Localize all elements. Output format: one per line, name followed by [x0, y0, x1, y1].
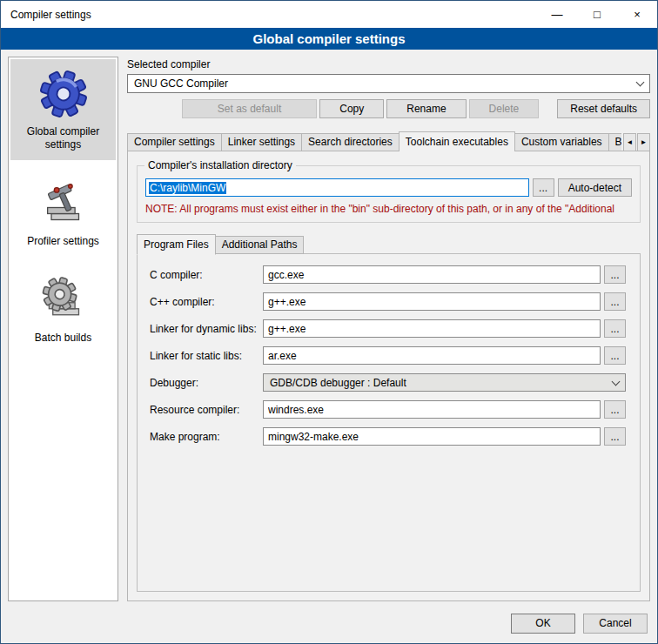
dynamic-linker-label: Linker for dynamic libs:: [150, 323, 263, 335]
field-row-static-linker: Linker for static libs: ...: [150, 346, 626, 365]
field-row-cpp-compiler: C++ compiler: ...: [150, 292, 626, 311]
resource-compiler-browse-button[interactable]: ...: [604, 400, 626, 419]
cpp-compiler-browse-button[interactable]: ...: [604, 292, 626, 311]
compiler-actions: Set as default Copy Rename Delete Reset …: [127, 99, 650, 118]
toolchain-executables-panel: Compiler's installation directory C:\ray…: [127, 151, 650, 601]
cpp-compiler-input[interactable]: [263, 292, 601, 311]
installation-directory-input[interactable]: C:\raylib\MinGW: [145, 178, 529, 197]
window-title: Compiler settings: [1, 9, 91, 21]
close-button[interactable]: ×: [617, 1, 657, 28]
tab-program-files[interactable]: Program Files: [137, 234, 216, 255]
sidebar-item-global-compiler-settings[interactable]: Global compiler settings: [10, 59, 116, 160]
make-program-input[interactable]: [263, 427, 601, 446]
settings-tabstrip: Compiler settings Linker settings Search…: [127, 131, 650, 151]
sidebar-item-label: Batch builds: [35, 332, 91, 345]
installation-directory-value: C:\raylib\MinGW: [149, 182, 226, 194]
static-linker-label: Linker for static libs:: [150, 350, 263, 362]
c-compiler-browse-button[interactable]: ...: [604, 265, 626, 284]
tab-linker-settings[interactable]: Linker settings: [221, 133, 302, 151]
compiler-select-value: GNU GCC Compiler: [134, 77, 632, 90]
set-as-default-button[interactable]: Set as default: [182, 99, 317, 118]
program-files-panel: C compiler: ... C++ compiler: ...: [137, 253, 641, 592]
installation-directory-group-title: Compiler's installation directory: [144, 159, 296, 171]
sidebar: Global compiler settings: [8, 57, 118, 601]
compiler-settings-window: Compiler settings — □ × Global compiler …: [0, 0, 658, 644]
tab-scroll-right-icon[interactable]: ►: [637, 133, 650, 151]
selected-compiler-label: Selected compiler: [127, 58, 650, 70]
page-title: Global compiler settings: [1, 28, 657, 50]
ok-button[interactable]: OK: [511, 614, 575, 634]
field-row-c-compiler: C compiler: ...: [150, 265, 626, 284]
window-controls: — □ ×: [537, 1, 657, 28]
main-panel: Selected compiler GNU GCC Compiler Set a…: [127, 57, 650, 601]
rename-button[interactable]: Rename: [386, 99, 466, 118]
debugger-select[interactable]: GDB/CDB debugger : Default: [263, 373, 626, 392]
c-compiler-input[interactable]: [263, 265, 601, 284]
blue-gear-icon: [37, 67, 90, 119]
sidebar-item-batch-builds[interactable]: Batch builds: [10, 269, 116, 353]
auto-detect-button[interactable]: Auto-detect: [558, 178, 632, 197]
sidebar-item-profiler-settings[interactable]: Profiler settings: [10, 172, 116, 257]
tab-custom-variables[interactable]: Custom variables: [514, 133, 609, 151]
minimize-button[interactable]: —: [537, 1, 577, 28]
titlebar: Compiler settings — □ ×: [1, 1, 657, 28]
tab-compiler-settings[interactable]: Compiler settings: [127, 133, 222, 151]
program-files-subtabs: Program Files Additional Paths: [137, 234, 641, 254]
installation-directory-group: Compiler's installation directory C:\ray…: [137, 165, 641, 223]
chevron-down-icon: [612, 377, 621, 386]
static-linker-input[interactable]: [263, 346, 601, 365]
tab-toolchain-executables[interactable]: Toolchain executables: [399, 131, 515, 151]
make-program-browse-button[interactable]: ...: [604, 427, 626, 446]
copy-button[interactable]: Copy: [319, 99, 384, 118]
installation-directory-row: C:\raylib\MinGW ... Auto-detect: [145, 178, 632, 197]
resource-compiler-label: Resource compiler:: [150, 404, 263, 416]
dialog-footer: OK Cancel: [1, 608, 657, 643]
sidebar-item-label: Global compiler settings: [14, 125, 112, 151]
cpp-compiler-label: C++ compiler:: [150, 296, 263, 308]
sidebar-item-label: Profiler settings: [27, 235, 99, 248]
debugger-label: Debugger:: [150, 377, 263, 389]
dynamic-linker-browse-button[interactable]: ...: [604, 319, 626, 338]
tab-build-options[interactable]: Build: [608, 133, 621, 151]
installation-directory-browse-button[interactable]: ...: [533, 178, 554, 197]
maximize-button[interactable]: □: [577, 1, 617, 28]
tab-scroll-left-icon[interactable]: ◄: [623, 133, 636, 151]
compiler-select[interactable]: GNU GCC Compiler: [127, 74, 650, 93]
c-compiler-label: C compiler:: [150, 269, 263, 281]
bin-subdirectory-note: NOTE: All programs must exist either in …: [145, 203, 632, 215]
tab-additional-paths[interactable]: Additional Paths: [215, 236, 305, 254]
chevron-down-icon: [636, 78, 645, 87]
debugger-select-value: GDB/CDB debugger : Default: [270, 377, 608, 389]
field-row-dynamic-linker: Linker for dynamic libs: ...: [150, 319, 626, 338]
field-row-make-program: Make program: ...: [150, 427, 626, 446]
make-program-label: Make program:: [150, 431, 263, 443]
profiler-tool-icon: [39, 180, 88, 229]
delete-button[interactable]: Delete: [469, 99, 540, 118]
field-row-resource-compiler: Resource compiler: ...: [150, 400, 626, 419]
dialog-body: Global compiler settings: [1, 50, 657, 608]
resource-compiler-input[interactable]: [263, 400, 601, 419]
reset-defaults-button[interactable]: Reset defaults: [557, 99, 650, 118]
gray-gear-stack-icon: [39, 277, 88, 325]
tab-scroller: Compiler settings Linker settings Search…: [127, 131, 621, 151]
tab-search-directories[interactable]: Search directories: [301, 133, 400, 151]
cancel-button[interactable]: Cancel: [583, 614, 648, 634]
field-row-debugger: Debugger: GDB/CDB debugger : Default: [150, 373, 626, 392]
static-linker-browse-button[interactable]: ...: [604, 346, 626, 365]
tab-scroll-arrows: ◄ ►: [623, 133, 650, 151]
dynamic-linker-input[interactable]: [263, 319, 601, 338]
